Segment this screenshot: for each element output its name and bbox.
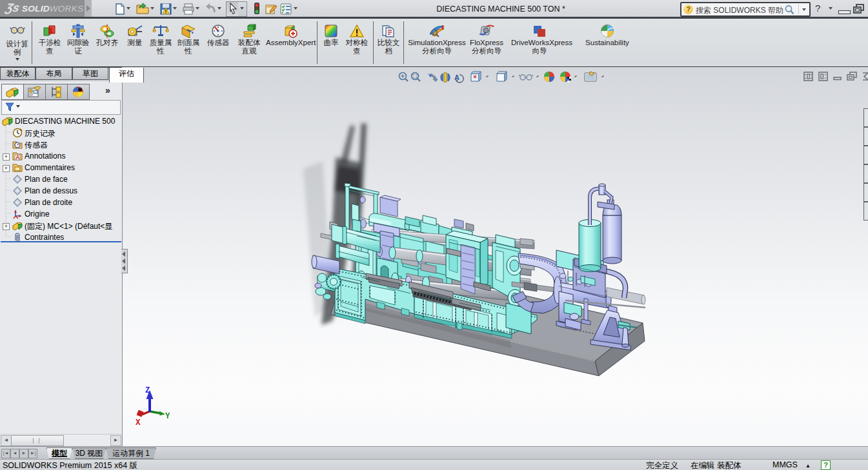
svg-text:A: A xyxy=(454,73,459,81)
svg-text:Z: Z xyxy=(145,386,150,395)
svg-text:A: A xyxy=(15,154,19,161)
svg-text:Y: Y xyxy=(165,412,170,421)
svg-text:X: X xyxy=(136,418,141,427)
